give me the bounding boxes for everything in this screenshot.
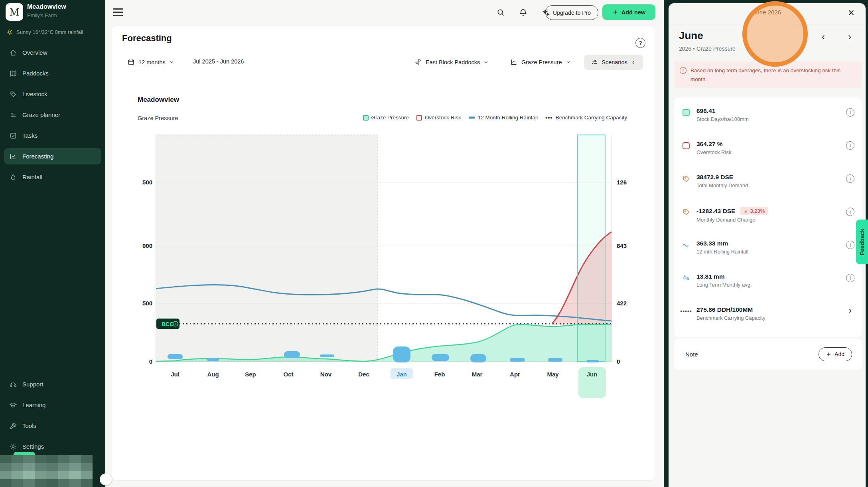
month-aug[interactable]: Aug [207, 371, 219, 378]
sidebar-item-tools[interactable]: Tools [4, 418, 101, 434]
legend-graze-pressure[interactable]: Graze Pressure [363, 115, 409, 121]
sidebar-item-label: Settings [22, 443, 44, 450]
info-icon[interactable]: i [846, 241, 854, 249]
sidebar-item-support[interactable]: Support [4, 376, 101, 392]
sidebar-item-livestock[interactable]: Livestock [4, 86, 101, 102]
period-selector[interactable]: 12 months [127, 58, 174, 66]
month-stats-card: 696.41 Stock Days/ha/100mm i 364.27 % Ov… [674, 97, 862, 337]
next-month-button[interactable]: › [843, 30, 856, 43]
farm-name: Meadowview [27, 3, 66, 10]
overstock-swatch-icon [681, 141, 691, 150]
sidebar-item-tasks[interactable]: Tasks [4, 127, 101, 144]
month-mar[interactable]: Mar [472, 371, 483, 378]
planner-list-icon [9, 111, 17, 119]
legend-overstock-risk[interactable]: Overstock Risk [416, 115, 461, 121]
wrench-icon [9, 422, 17, 430]
paddocks-selector[interactable]: East Block Paddocks [414, 58, 489, 66]
y-axis-left: 500 000 500 0 [142, 179, 152, 365]
month-feb[interactable]: Feb [434, 371, 445, 378]
svg-text:422: 422 [617, 300, 627, 307]
calendar-icon [127, 58, 135, 66]
scenarios-label: Scenarios [602, 59, 627, 65]
sun-icon [6, 29, 13, 36]
month-apr[interactable]: Apr [510, 371, 520, 378]
stat-benchmark-capacity[interactable]: ••••• 275.86 DDH/100MM Benchmark Carryin… [674, 300, 862, 333]
redacted-user-block [0, 455, 93, 487]
sidebar-item-forecasting[interactable]: Forecasting [4, 148, 101, 164]
close-icon[interactable]: × [844, 6, 858, 20]
sidebar-item-rainfall[interactable]: Rainfall [4, 169, 101, 185]
graze-pressure-chart[interactable]: BCC i 500 000 500 0 126 843 422 0 [136, 128, 647, 404]
stat-value: 38472.9 DSE [696, 174, 733, 181]
sidebar-item-label: Livestock [22, 91, 47, 97]
sidebar-item-overview[interactable]: Overview [4, 44, 101, 61]
chevron-down-icon [169, 59, 174, 65]
signpost-icon [414, 58, 422, 66]
add-new-button[interactable]: Add new [602, 4, 655, 20]
y-axis-right: 126 843 422 0 [617, 179, 627, 365]
month-may[interactable]: May [547, 371, 559, 378]
sidebar: M Meadowview Emily's Farm Sunny 16°/32°C… [0, 0, 105, 487]
weather-text: Sunny 16°/32°C 0mm rainfall [16, 29, 83, 35]
stat-total-monthly-demand: 38472.9 DSE Total Monthly Demand i [674, 168, 862, 201]
demand-change-tag-icon [681, 207, 691, 217]
chevron-right-icon[interactable]: › [846, 306, 854, 315]
month-oct[interactable]: Oct [283, 371, 293, 378]
sidebar-item-paddocks[interactable]: Paddocks [4, 65, 101, 81]
svg-text:500: 500 [142, 179, 152, 186]
upgrade-to-pro-button[interactable]: Upgrade to Pro [545, 5, 598, 20]
sidebar-item-label: Overview [22, 49, 47, 56]
graduation-cap-icon [9, 401, 17, 409]
search-icon[interactable] [493, 5, 508, 20]
historical-region [156, 135, 377, 362]
month-nov[interactable]: Nov [320, 371, 332, 378]
svg-text:126: 126 [617, 179, 627, 186]
info-icon[interactable]: i [846, 141, 854, 150]
page-title: Forecasting [122, 33, 172, 44]
month-dec[interactable]: Dec [358, 371, 369, 378]
add-new-label: Add new [621, 9, 645, 16]
sidebar-item-label: Support [22, 381, 43, 388]
info-icon[interactable]: i [846, 108, 854, 117]
month-jun-selected[interactable]: Jun [587, 371, 598, 378]
x-axis-months[interactable]: Jul Aug Sep Oct Nov Dec Jan Feb Mar Apr … [171, 371, 597, 378]
legend-benchmark[interactable]: •••Benchmark Carrying Capacity [545, 115, 627, 121]
sidebar-item-graze-planner[interactable]: Graze planner [4, 107, 101, 123]
stat-graze-pressure: 696.41 Stock Days/ha/100mm i [674, 101, 862, 135]
month-jul[interactable]: Jul [171, 371, 180, 378]
period-label: 12 months [138, 59, 166, 65]
feedback-tab[interactable]: Feedback [856, 220, 868, 264]
add-note-button[interactable]: Add [819, 347, 852, 361]
help-icon[interactable]: ? [635, 38, 645, 48]
line-chart-icon [510, 58, 518, 66]
panel-header-title: June 2026 [669, 9, 866, 16]
sidebar-collapse-knob[interactable] [100, 473, 112, 485]
raindrop-icon [9, 173, 17, 181]
demand-tag-icon [681, 174, 691, 184]
menu-toggle-button[interactable] [113, 7, 123, 17]
notifications-bell-icon[interactable] [515, 5, 531, 20]
scenarios-toggle[interactable]: Scenarios [584, 55, 643, 70]
alert-icon: ! [680, 67, 687, 74]
legend-swatch-dotted: ••• [545, 117, 553, 119]
month-jan-current[interactable]: Jan [397, 371, 407, 378]
svg-text:843: 843 [617, 242, 627, 249]
main-area: Upgrade to Pro Add new Forecasting ? 12 … [105, 0, 664, 487]
month-sep[interactable]: Sep [245, 371, 256, 378]
info-icon[interactable]: i [846, 174, 854, 183]
farm-logo[interactable]: M [6, 3, 23, 21]
sidebar-item-label: Tasks [22, 132, 37, 139]
info-icon[interactable]: i [846, 274, 854, 282]
previous-month-button[interactable]: ‹ [817, 30, 830, 43]
tag-icon [9, 90, 17, 98]
legend-swatch-green [363, 115, 369, 121]
tasks-check-icon [9, 132, 17, 140]
bcc-badge[interactable]: BCC i [156, 319, 180, 329]
sidebar-item-label: Tools [22, 422, 36, 429]
sidebar-item-learning[interactable]: Learning [4, 397, 101, 413]
info-icon[interactable]: i [846, 208, 854, 216]
stat-value: 696.41 [696, 107, 715, 115]
upgrade-label: Upgrade to Pro [553, 10, 591, 16]
legend-rolling-rainfall[interactable]: 12 Month Rolling Rainfall [469, 115, 538, 121]
metric-selector[interactable]: Graze Pressure [510, 58, 571, 66]
